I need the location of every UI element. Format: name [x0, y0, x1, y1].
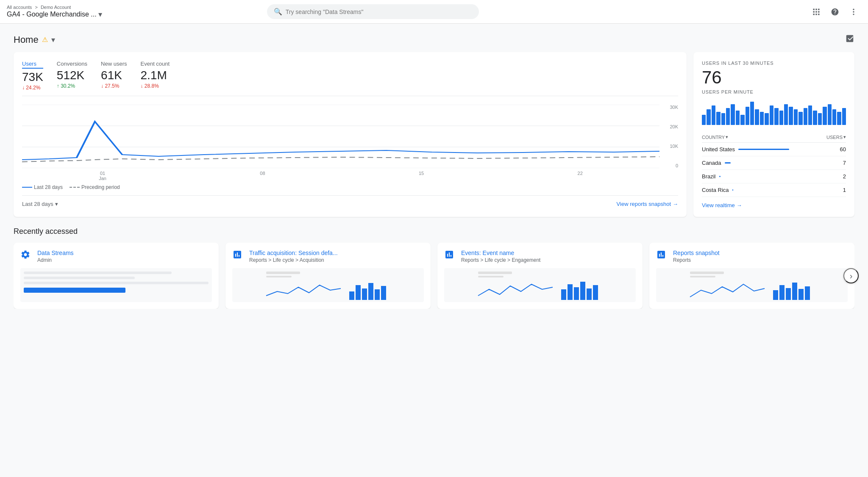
- realtime-bar: [813, 111, 817, 125]
- svg-rect-30: [574, 287, 579, 300]
- search-icon: 🔍: [274, 8, 282, 16]
- svg-rect-42: [805, 286, 810, 300]
- country-bar: [719, 176, 721, 177]
- account-selector[interactable]: All accounts > Demo Account GA4 - Google…: [7, 5, 102, 19]
- metric-conversions-change: ↑ 30.2%: [57, 83, 87, 89]
- recently-card-title: Traffic acquisition: Session defa...: [249, 250, 338, 256]
- recently-accessed-title: Recently accessed: [14, 227, 854, 236]
- search-input[interactable]: [286, 8, 472, 15]
- realtime-bar: [755, 109, 759, 125]
- svg-rect-29: [568, 284, 573, 300]
- svg-rect-5: [818, 11, 819, 12]
- view-reports-link[interactable]: View reports snapshot →: [617, 201, 678, 207]
- realtime-bar: [823, 107, 826, 125]
- realtime-bar: [808, 105, 812, 125]
- svg-rect-7: [815, 14, 817, 15]
- recently-card-subtitle: Reports > Life cycle > Engagement: [461, 257, 540, 263]
- svg-rect-1: [815, 8, 817, 10]
- svg-rect-20: [356, 285, 361, 300]
- realtime-bar: [712, 105, 715, 125]
- recently-preview: [444, 268, 636, 302]
- realtime-bar: [716, 112, 720, 125]
- country-column-header[interactable]: COUNTRY ▾: [702, 134, 728, 140]
- metric-users-change: ↓ 24.2%: [22, 85, 43, 91]
- dashboard-cards: Users 73K ↓ 24.2% Conversions 512K ↑ 30.…: [14, 52, 854, 217]
- svg-rect-3: [813, 11, 814, 12]
- svg-rect-31: [580, 282, 585, 300]
- recently-card-events[interactable]: Events: Event name Reports > Life cycle …: [437, 243, 643, 309]
- svg-rect-32: [587, 288, 592, 300]
- main-chart-card: Users 73K ↓ 24.2% Conversions 512K ↑ 30.…: [14, 52, 687, 217]
- svg-rect-4: [815, 11, 817, 12]
- metric-new-users[interactable]: New users 61K ↓ 27.5%: [101, 61, 127, 91]
- realtime-bar: [760, 112, 764, 125]
- metric-conversions-value: 512K: [57, 69, 87, 82]
- svg-rect-37: [773, 290, 778, 300]
- realtime-bar: [784, 104, 788, 125]
- account-title[interactable]: GA4 - Google Merchandise ... ▾: [7, 10, 102, 19]
- metric-users[interactable]: Users 73K ↓ 24.2%: [22, 61, 43, 91]
- svg-rect-28: [561, 289, 566, 300]
- legend-dashed: Preceding period: [70, 184, 120, 190]
- nav-actions: [809, 4, 861, 19]
- line-chart: 30K 20K 10K 0: [22, 105, 678, 181]
- next-cards-button[interactable]: ›: [843, 268, 859, 283]
- recently-card-subtitle: Reports: [673, 257, 720, 263]
- realtime-bar: [794, 109, 798, 125]
- svg-rect-8: [818, 14, 819, 15]
- realtime-bar: [746, 107, 749, 125]
- svg-point-10: [853, 11, 854, 12]
- country-bar-row: [719, 176, 834, 177]
- date-range-selector[interactable]: Last 28 days ▾: [22, 201, 58, 207]
- home-dropdown-icon[interactable]: ▾: [51, 35, 55, 44]
- recently-card-traffic[interactable]: Traffic acquisition: Session defa... Rep…: [225, 243, 431, 309]
- realtime-bar: [750, 102, 754, 125]
- realtime-table-row: Brazil 2: [702, 170, 846, 183]
- analytics-icon-button[interactable]: [845, 34, 854, 45]
- realtime-table-body: United States 60 Canada 7 Brazil 2 Costa…: [702, 143, 846, 197]
- realtime-bar-chart: [702, 100, 846, 125]
- recently-grid: Data Streams Admin: [14, 243, 854, 309]
- metric-conversions[interactable]: Conversions 512K ↑ 30.2%: [57, 61, 87, 91]
- country-users: 2: [837, 173, 846, 180]
- country-bar: [725, 162, 731, 164]
- realtime-count: 76: [702, 67, 846, 88]
- svg-rect-2: [818, 8, 819, 10]
- apps-icon-button[interactable]: [809, 4, 824, 19]
- svg-rect-19: [349, 291, 354, 300]
- chart-svg-container: [22, 105, 659, 168]
- realtime-bar: [818, 113, 822, 125]
- country-bar-row: [725, 162, 834, 164]
- country-bar: [738, 149, 789, 150]
- country-name: United States: [702, 146, 735, 153]
- preview-chart-svg: [656, 268, 848, 302]
- recently-card-reports[interactable]: Reports snapshot Reports: [649, 243, 854, 309]
- country-bar-row: [732, 189, 834, 191]
- svg-rect-6: [813, 14, 814, 15]
- country-users: 60: [837, 146, 846, 153]
- realtime-bar: [804, 108, 807, 125]
- account-dropdown-icon[interactable]: ▾: [98, 10, 102, 19]
- recently-card-header: Data Streams Admin: [20, 250, 212, 263]
- home-header: Home ⚠ ▾: [14, 34, 854, 45]
- realtime-table-row: Canada 7: [702, 156, 846, 170]
- realtime-bar: [798, 112, 802, 125]
- users-column-header[interactable]: USERS ▾: [826, 134, 846, 140]
- svg-rect-38: [779, 285, 785, 300]
- recently-card-data-streams[interactable]: Data Streams Admin: [14, 243, 219, 309]
- metric-event-count-change: ↓ 28.8%: [141, 83, 170, 89]
- svg-rect-36: [690, 276, 715, 277]
- metric-users-label: Users: [22, 61, 43, 69]
- svg-rect-40: [792, 283, 797, 300]
- more-options-button[interactable]: [846, 4, 861, 19]
- page-title: Home: [14, 34, 39, 45]
- help-icon-button[interactable]: [827, 4, 843, 19]
- realtime-bar: [837, 112, 841, 125]
- realtime-bar: [765, 113, 768, 125]
- search-bar[interactable]: 🔍: [267, 4, 479, 19]
- svg-rect-24: [381, 286, 386, 300]
- view-realtime-link[interactable]: View realtime →: [702, 202, 846, 208]
- svg-point-11: [853, 14, 854, 15]
- warning-icon: ⚠: [42, 36, 48, 44]
- metric-event-count[interactable]: Event count 2.1M ↓ 28.8%: [141, 61, 170, 91]
